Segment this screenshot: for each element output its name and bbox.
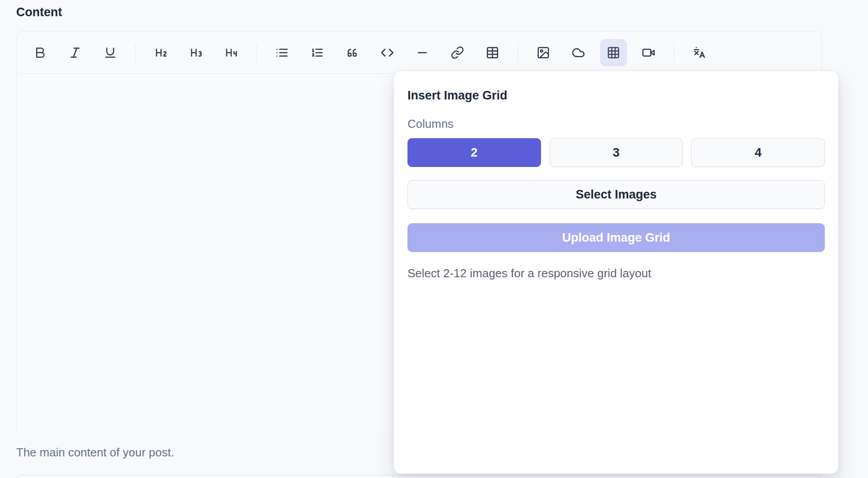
next-field-partial[interactable] xyxy=(16,475,822,478)
toolbar-divider xyxy=(518,44,518,62)
horizontal-rule-button[interactable] xyxy=(409,39,436,66)
heading-3-icon xyxy=(189,46,203,59)
columns-option-row: 2 3 4 xyxy=(407,138,825,167)
heading-2-button[interactable] xyxy=(148,39,174,66)
image-icon xyxy=(537,46,550,59)
italic-icon xyxy=(68,46,82,59)
underline-icon xyxy=(103,46,117,59)
table-icon xyxy=(486,46,499,59)
heading-2-icon xyxy=(154,46,168,59)
underline-button[interactable] xyxy=(97,39,124,66)
columns-option-4[interactable]: 4 xyxy=(691,138,825,167)
blockquote-button[interactable] xyxy=(339,39,366,66)
content-field-label: Content xyxy=(16,5,62,19)
image-grid-button[interactable] xyxy=(600,39,627,66)
insert-video-button[interactable] xyxy=(635,39,662,66)
content-field-help-text: The main content of your post. xyxy=(16,445,174,460)
horizontal-rule-icon xyxy=(416,46,429,59)
bold-icon xyxy=(33,46,47,59)
ordered-list-icon xyxy=(310,46,324,59)
toolbar-divider xyxy=(135,44,136,62)
image-grid-icon xyxy=(607,46,620,59)
bullet-list-button[interactable] xyxy=(268,39,295,66)
cloud-upload-button[interactable] xyxy=(565,39,592,66)
cloud-icon xyxy=(572,46,585,59)
upload-image-grid-button[interactable]: Upload Image Grid xyxy=(407,223,825,252)
translate-icon xyxy=(693,46,706,59)
code-button[interactable] xyxy=(374,39,401,66)
columns-option-3[interactable]: 3 xyxy=(550,138,683,167)
code-icon xyxy=(380,46,394,59)
bullet-list-icon xyxy=(275,46,289,59)
select-images-button[interactable]: Select Images xyxy=(407,180,825,209)
popover-helper-text: Select 2-12 images for a responsive grid… xyxy=(407,266,825,281)
toolbar-divider xyxy=(674,44,674,62)
blockquote-icon xyxy=(345,46,359,59)
columns-label: Columns xyxy=(407,116,825,131)
link-button[interactable] xyxy=(444,39,471,66)
insert-image-button[interactable] xyxy=(530,39,557,66)
link-icon xyxy=(451,46,464,59)
bold-button[interactable] xyxy=(27,39,54,66)
heading-4-icon xyxy=(224,46,238,59)
heading-4-button[interactable] xyxy=(218,39,245,66)
popover-title: Insert Image Grid xyxy=(407,87,825,104)
toolbar-divider xyxy=(256,44,257,62)
columns-option-2[interactable]: 2 xyxy=(407,138,541,167)
table-button[interactable] xyxy=(479,39,506,66)
ordered-list-button[interactable] xyxy=(304,39,331,66)
insert-image-grid-popover: Insert Image Grid Columns 2 3 4 Select I… xyxy=(394,71,839,474)
editor-toolbar xyxy=(17,32,821,74)
video-icon xyxy=(642,46,655,59)
heading-3-button[interactable] xyxy=(183,39,210,66)
translate-button[interactable] xyxy=(686,39,713,66)
italic-button[interactable] xyxy=(62,39,89,66)
